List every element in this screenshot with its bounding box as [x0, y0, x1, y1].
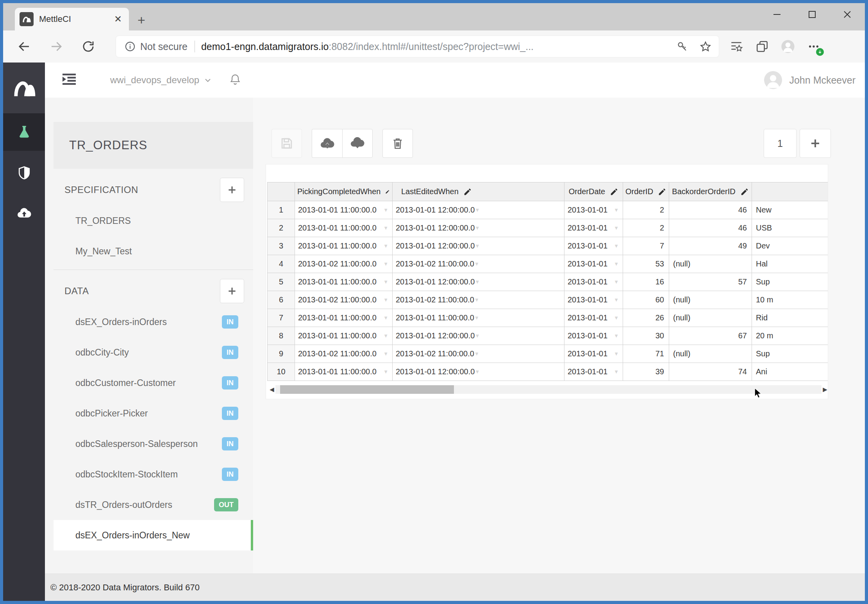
- picking-cell[interactable]: 2013-01-01 11:00:00.0▼: [295, 309, 393, 327]
- date-cell[interactable]: 2013-01-01▼: [564, 309, 623, 327]
- forward-button[interactable]: [48, 39, 64, 54]
- picking-cell[interactable]: 2013-01-01 11:00:00.0▼: [295, 201, 393, 219]
- cell-select[interactable]: 2013-01-01▼: [564, 295, 623, 304]
- sidebar-data-item[interactable]: odbcStockItem-StockItemIN: [54, 459, 253, 490]
- backorder-id-cell[interactable]: (null): [669, 291, 752, 309]
- cell-select[interactable]: 2013-01-01 12:00:00.0▼: [393, 223, 477, 232]
- cell-select[interactable]: 2013-01-01▼: [564, 241, 623, 250]
- close-button[interactable]: [841, 8, 854, 21]
- rail-item-unit-test[interactable]: [3, 113, 45, 151]
- cell-dropdown-icon[interactable]: ▼: [383, 369, 388, 375]
- edited-cell[interactable]: 2013-01-01 11:00:00.0▼: [393, 309, 564, 327]
- clipped-column-cell[interactable]: New: [752, 201, 829, 219]
- url-input[interactable]: Not secure demo1-engn.datamigrators.io:8…: [116, 36, 719, 57]
- cell-select[interactable]: 2013-01-02 11:00:00.0▼: [295, 259, 392, 268]
- collections-icon[interactable]: [754, 38, 771, 55]
- backorder-id-cell[interactable]: 46: [669, 201, 752, 219]
- browser-tab[interactable]: MettleCI ✕: [15, 8, 129, 30]
- backorder-id-cell[interactable]: (null): [669, 345, 752, 363]
- cell-dropdown-icon[interactable]: ▼: [475, 225, 480, 231]
- picking-cell[interactable]: 2013-01-01 11:00:00.0▼: [295, 273, 393, 291]
- cell-select[interactable]: 2013-01-02 11:00:00.0▼: [393, 349, 477, 358]
- clipped-column-cell[interactable]: USB: [752, 219, 829, 237]
- cell-select[interactable]: 2013-01-01▼: [564, 206, 623, 214]
- save-button[interactable]: [271, 129, 302, 158]
- cell-select[interactable]: 2013-01-01 11:00:00.0▼: [295, 331, 392, 340]
- picking-cell[interactable]: 2013-01-01 11:00:00.0▼: [295, 363, 393, 381]
- clipped-column-cell[interactable]: Sup: [752, 345, 829, 363]
- column-header[interactable]: PickingCompletedWhen: [295, 182, 393, 201]
- edit-column-pencil-icon[interactable]: [463, 188, 472, 196]
- refresh-button[interactable]: [80, 39, 96, 54]
- backorder-id-cell[interactable]: (null): [669, 309, 752, 327]
- rail-item-deploy[interactable]: [3, 195, 45, 232]
- order-id-cell[interactable]: 2: [623, 201, 669, 219]
- cell-dropdown-icon[interactable]: ▼: [383, 297, 388, 303]
- cell-select[interactable]: 2013-01-01 11:00:00.0▼: [295, 277, 392, 286]
- back-button[interactable]: [16, 39, 32, 54]
- cell-select[interactable]: 2013-01-01 12:00:00.0▼: [393, 206, 477, 214]
- browser-profile-icon[interactable]: [779, 38, 797, 55]
- cell-dropdown-icon[interactable]: ▼: [383, 243, 388, 249]
- column-header[interactable]: LastEditedWhen: [393, 182, 564, 201]
- clipped-column-cell[interactable]: Sup: [752, 273, 829, 291]
- user-menu[interactable]: John Mckeever: [764, 71, 855, 89]
- cell-select[interactable]: 2013-01-01 12:00:00.0▼: [393, 241, 477, 250]
- edit-column-pencil-icon[interactable]: [740, 188, 749, 196]
- mettleci-logo[interactable]: [3, 63, 45, 113]
- backorder-id-cell[interactable]: 67: [669, 327, 752, 345]
- new-tab-button[interactable]: +: [138, 13, 145, 27]
- backorder-id-cell[interactable]: (null): [669, 255, 752, 273]
- clipped-column-cell[interactable]: 20 m: [752, 327, 829, 345]
- sidebar-toggle-icon[interactable]: [63, 73, 76, 87]
- cell-dropdown-icon[interactable]: ▼: [475, 369, 480, 375]
- date-cell[interactable]: 2013-01-01▼: [564, 255, 623, 273]
- sidebar-add-button[interactable]: [220, 178, 244, 202]
- sidebar-data-item[interactable]: dsEX_Orders-inOrdersIN: [54, 307, 253, 337]
- sidebar-spec-item[interactable]: TR_ORDERS: [54, 206, 253, 236]
- cell-select[interactable]: 2013-01-01 11:00:00.0▼: [295, 367, 392, 376]
- edited-cell[interactable]: 2013-01-01 12:00:00.0▼: [393, 237, 564, 255]
- scroll-right-arrow[interactable]: ▶: [822, 385, 828, 394]
- date-cell[interactable]: 2013-01-01▼: [564, 219, 623, 237]
- cell-select[interactable]: 2013-01-01▼: [564, 277, 623, 286]
- order-id-cell[interactable]: 39: [623, 363, 669, 381]
- sidebar-data-item[interactable]: odbcCustomer-CustomerIN: [54, 368, 253, 398]
- sidebar-data-item[interactable]: odbcSalesperson-SalespersonIN: [54, 429, 253, 459]
- edited-cell[interactable]: 2013-01-01 12:00:00.0▼: [393, 219, 564, 237]
- download-button[interactable]: [342, 129, 373, 158]
- date-cell[interactable]: 2013-01-01▼: [564, 201, 623, 219]
- cell-select[interactable]: 2013-01-01 11:00:00.0▼: [295, 206, 392, 214]
- cell-select[interactable]: 2013-01-01 11:00:00.0▼: [295, 223, 392, 232]
- column-header[interactable]: OrderDate: [564, 182, 623, 201]
- cell-select[interactable]: 2013-01-01 12:00:00.0▼: [393, 277, 477, 286]
- order-id-cell[interactable]: 16: [623, 273, 669, 291]
- cell-select[interactable]: 2013-01-02 11:00:00.0▼: [393, 295, 477, 304]
- cell-dropdown-icon[interactable]: ▼: [614, 351, 619, 357]
- date-cell[interactable]: 2013-01-01▼: [564, 327, 623, 345]
- project-selector[interactable]: wwi_devops_develop: [110, 75, 213, 86]
- cell-dropdown-icon[interactable]: ▼: [383, 315, 388, 321]
- cell-select[interactable]: 2013-01-01▼: [564, 259, 623, 268]
- date-cell[interactable]: 2013-01-01▼: [564, 363, 623, 381]
- date-cell[interactable]: 2013-01-01▼: [564, 273, 623, 291]
- picking-cell[interactable]: 2013-01-01 11:00:00.0▼: [295, 327, 393, 345]
- edited-cell[interactable]: 2013-01-01 12:00:00.0▼: [393, 273, 564, 291]
- cell-dropdown-icon[interactable]: ▼: [474, 351, 479, 357]
- cell-select[interactable]: 2013-01-01▼: [564, 331, 623, 340]
- maximize-button[interactable]: [805, 8, 819, 21]
- order-id-cell[interactable]: 2: [623, 219, 669, 237]
- column-header[interactable]: BackorderOrderID: [669, 182, 752, 201]
- cell-select[interactable]: 2013-01-01▼: [564, 313, 623, 322]
- cell-select[interactable]: 2013-01-01 11:00:00.0▼: [393, 313, 477, 322]
- upload-button[interactable]: [312, 129, 342, 158]
- notifications-bell-icon[interactable]: [229, 73, 241, 87]
- edit-column-pencil-icon[interactable]: [658, 188, 666, 196]
- edited-cell[interactable]: 2013-01-01 12:00:00.0▼: [393, 363, 564, 381]
- cell-select[interactable]: 2013-01-01▼: [564, 367, 623, 376]
- edited-cell[interactable]: 2013-01-01 12:00:00.0▼: [393, 327, 564, 345]
- picking-cell[interactable]: 2013-01-02 11:00:00.0▼: [295, 291, 393, 309]
- cell-select[interactable]: 2013-01-01▼: [564, 223, 623, 232]
- backorder-id-cell[interactable]: 57: [669, 273, 752, 291]
- cell-select[interactable]: 2013-01-02 11:00:00.0▼: [295, 295, 392, 304]
